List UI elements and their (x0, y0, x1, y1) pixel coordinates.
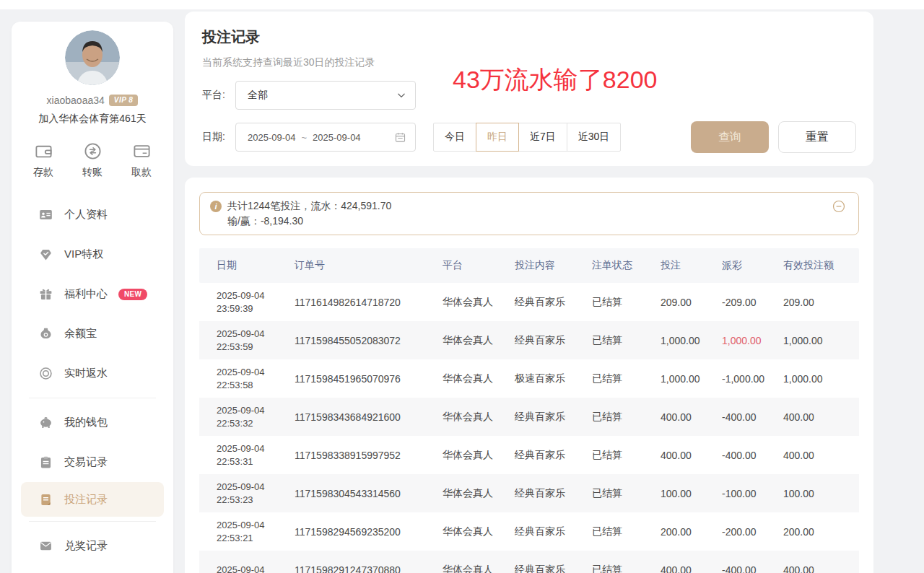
cell-payout: -200.00 (722, 526, 783, 538)
cell-valid-amount: 100.00 (783, 488, 858, 499)
cell-bet-amount: 400.00 (661, 564, 722, 573)
document-icon (38, 492, 53, 507)
cell-platform: 华体会真人 (443, 449, 515, 462)
cell-date: 2025-09-0422:53:59 (199, 328, 295, 354)
cell-bet-content: 经典百家乐 (515, 564, 592, 573)
sidebar-item-rebate[interactable]: 实时返水 (12, 354, 173, 393)
table-row: 2025-09-04 1171598291247370880 华体会真人 经典百… (199, 551, 859, 573)
sidebar-item-yuebao[interactable]: 余额宝 (12, 314, 173, 354)
sidebar-menu: 个人资料 VIP特权 福利中心 NEW (12, 195, 173, 566)
transfer-button[interactable]: 转账 (82, 141, 103, 179)
transfer-icon (83, 141, 103, 161)
collapse-minus-icon[interactable] (832, 200, 845, 213)
red-annotation-text: 43万流水输了8200 (453, 66, 657, 92)
cell-order-number: 1171614982614718720 (295, 297, 443, 308)
cell-date: 2025-09-0422:53:58 (199, 366, 295, 392)
username: xiaobaoaa34 (47, 95, 105, 106)
cell-bet-amount: 209.00 (661, 297, 722, 308)
table-row: 2025-09-0422:53:58 1171598451965070976 华… (199, 359, 859, 398)
col-header-payout: 派彩 (722, 259, 783, 272)
date-end-value: 2025-09-04 (313, 132, 361, 143)
cell-valid-amount: 400.00 (783, 564, 858, 573)
deposit-label: 存款 (33, 166, 53, 179)
sidebar-item-benefits[interactable]: 福利中心 NEW (12, 274, 173, 314)
cell-date: 2025-09-0422:53:23 (199, 481, 295, 507)
sidebar-item-label: 余额宝 (64, 327, 97, 341)
col-header-bet: 投注 (661, 259, 722, 272)
sidebar-item-label: 福利中心 (64, 287, 108, 301)
menu-divider (29, 521, 156, 522)
top-navbar-edge (0, 0, 924, 9)
table-row: 2025-09-0422:53:59 1171598455052083072 华… (199, 321, 859, 359)
cell-status: 已结算 (592, 411, 661, 424)
cell-bet-amount: 1,000.00 (661, 373, 722, 385)
cell-valid-amount: 1,000.00 (783, 373, 858, 385)
search-button[interactable]: 查询 (691, 121, 769, 153)
cell-bet-amount: 1,000.00 (661, 335, 722, 346)
menu-divider (29, 398, 156, 398)
sidebar-item-label: 个人资料 (64, 208, 108, 222)
range-7days-button[interactable]: 近7日 (518, 123, 567, 152)
cell-platform: 华体会真人 (443, 487, 515, 500)
cell-bet-amount: 200.00 (661, 526, 722, 538)
range-30days-button[interactable]: 近30日 (567, 123, 622, 152)
range-today-button[interactable]: 今日 (433, 123, 476, 152)
platform-label: 平台: (202, 89, 235, 102)
sidebar-item-transactions[interactable]: 交易记录 (12, 442, 173, 482)
cell-bet-amount: 400.00 (661, 450, 722, 461)
sidebar-item-label: 实时返水 (64, 367, 108, 380)
cell-bet-content: 极速百家乐 (515, 372, 592, 385)
cell-payout: -400.00 (722, 450, 783, 461)
cell-bet-content: 经典百家乐 (515, 449, 592, 462)
table-row: 2025-09-0422:53:21 1171598294569235200 华… (199, 512, 859, 551)
cell-order-number: 1171598455052083072 (295, 335, 443, 346)
cell-payout: -209.00 (722, 297, 783, 308)
cell-bet-content: 经典百家乐 (515, 487, 592, 500)
new-badge: NEW (118, 289, 147, 300)
table-row: 2025-09-0422:53:32 1171598343684921600 华… (199, 398, 859, 436)
cell-order-number: 1171598304543314560 (295, 488, 443, 499)
cell-payout: 1,000.00 (722, 335, 783, 346)
cell-payout: -400.00 (722, 411, 783, 423)
membership-days-text: 加入华体会体育第461天 (12, 113, 173, 126)
sidebar-item-betting-records[interactable]: 投注记录 (21, 482, 164, 517)
cell-payout: -1,000.00 (722, 373, 783, 385)
quick-date-range-group: 今日 昨日 近7日 近30日 (433, 123, 621, 152)
cell-date: 2025-09-0423:59:39 (199, 289, 295, 315)
sidebar-item-vip[interactable]: VIP特权 (12, 235, 173, 274)
cell-status: 已结算 (592, 564, 661, 573)
cell-platform: 华体会真人 (443, 564, 515, 573)
cell-status: 已结算 (592, 296, 661, 309)
sidebar-item-label: 交易记录 (64, 455, 108, 469)
sidebar-item-prize-records[interactable]: 兑奖记录 (12, 526, 173, 566)
rebate-coin-icon (38, 366, 53, 381)
cell-bet-amount: 100.00 (661, 488, 722, 499)
cell-bet-content: 经典百家乐 (515, 525, 592, 538)
sidebar-item-label: 兑奖记录 (64, 539, 108, 553)
date-start-value: 2025-09-04 (248, 132, 296, 143)
avatar-photo (65, 30, 120, 85)
avatar[interactable] (65, 30, 120, 85)
cell-status: 已结算 (592, 334, 661, 347)
info-icon: i (210, 201, 222, 212)
platform-select[interactable]: 全部 (235, 81, 416, 110)
cell-status: 已结算 (592, 487, 661, 500)
chevron-down-icon (396, 90, 406, 100)
date-range-input[interactable]: 2025-09-04 ~ 2025-09-04 (235, 123, 416, 152)
reset-button[interactable]: 重置 (778, 121, 856, 153)
table-header-row: 日期 订单号 平台 投注内容 注单状态 投注 派彩 有效投注额 (199, 248, 859, 283)
withdraw-button[interactable]: 取款 (131, 141, 152, 179)
sidebar-item-profile[interactable]: 个人资料 (12, 195, 173, 235)
withdraw-label: 取款 (131, 166, 152, 179)
cell-bet-content: 经典百家乐 (515, 334, 592, 347)
range-yesterday-button[interactable]: 昨日 (476, 123, 519, 152)
wallet-icon (34, 141, 53, 161)
sidebar-item-wallet[interactable]: 我的钱包 (12, 403, 173, 442)
summary-total-line: 共计1244笔投注，流水：424,591.70 (227, 198, 391, 214)
summary-winloss-line: 输/赢：-8,194.30 (227, 214, 391, 229)
cell-valid-amount: 400.00 (783, 450, 858, 461)
cell-order-number: 1171598294569235200 (295, 526, 443, 538)
deposit-button[interactable]: 存款 (33, 141, 53, 179)
sidebar-item-label: 投注记录 (64, 493, 108, 507)
cell-order-number: 1171598291247370880 (295, 564, 443, 573)
